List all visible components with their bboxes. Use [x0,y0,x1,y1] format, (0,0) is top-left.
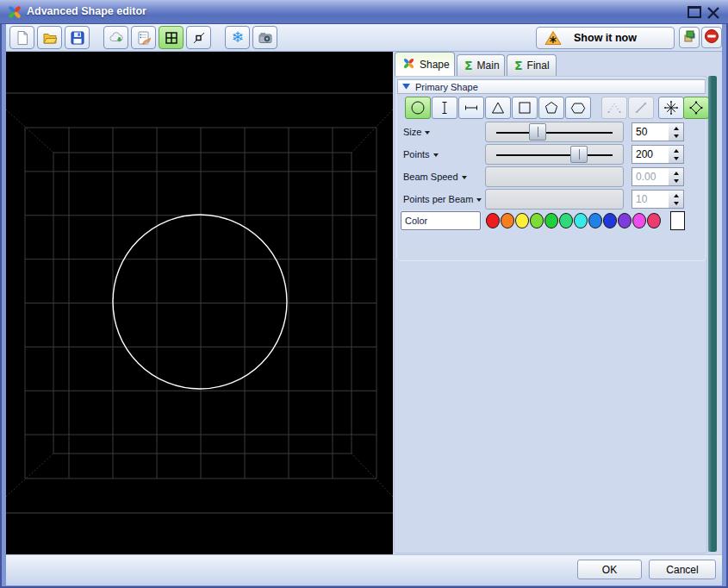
advanced-shape-editor-window: Advanced Shape editor ❄ Show it now [0,0,728,588]
color-swatch-5[interactable] [559,213,573,228]
size-spin-down[interactable] [669,132,683,141]
point-mode-button[interactable] [186,26,211,49]
points-spin-down[interactable] [669,154,683,163]
points-slider[interactable] [485,144,624,165]
hexagon-icon [570,100,586,116]
points-spin-up[interactable] [669,146,683,154]
beam-speed-spin-down[interactable] [669,177,683,185]
tab-shape-label: Shape [420,59,450,71]
triangle-icon [490,100,506,116]
color-swatch-11[interactable] [647,213,661,228]
snapshot-button[interactable] [252,26,277,49]
tab-main-label: Main [477,59,500,72]
square-shape-button[interactable] [512,97,538,119]
up-arrow-icon [674,147,679,153]
points-per-beam-label[interactable]: Points per Beam [403,194,482,204]
size-spin-up[interactable] [669,123,683,132]
edit-properties-icon [136,30,152,46]
edit-properties-button[interactable] [131,26,156,49]
warning-icon [544,30,562,48]
ok-button[interactable]: OK [577,560,642,579]
beam-speed-spin-up[interactable] [669,168,683,177]
diamond-beams-button[interactable] [683,97,709,119]
stop-button[interactable] [701,27,722,48]
size-value[interactable]: 50 [632,122,669,141]
color-swatch-10[interactable] [632,213,646,228]
points-per-beam-spinner [669,190,684,209]
tab-main[interactable]: Σ Main [457,54,505,76]
points-slider-track[interactable] [496,154,613,156]
tab-final[interactable]: Σ Final [507,54,557,76]
pentagon-shape-button[interactable] [538,97,564,119]
dotted-peak-icon [607,100,622,116]
size-slider[interactable] [485,122,624,142]
horizontal-line-icon [464,100,479,116]
cancel-button[interactable]: Cancel [649,560,716,579]
toolbar: ❄ Show it now [6,24,722,52]
tab-shape[interactable]: Shape [395,52,455,76]
vertical-line-shape-button[interactable] [432,97,457,119]
close-button[interactable] [706,6,721,20]
color-swatch-7[interactable] [588,213,602,228]
hexagon-shape-button[interactable] [565,97,591,119]
grid-icon [164,30,179,46]
side-panel: Shape Σ Main Σ Final Primary Shape Size5… [393,52,722,554]
beam-speed-slider [485,166,624,187]
footer: OK Cancel [6,554,722,585]
blank-page-icon [15,30,30,46]
color-swatch-0[interactable] [486,213,500,228]
triangle-shape-button[interactable] [485,97,511,119]
panel-splitter[interactable] [708,76,717,552]
points-per-beam-slider [485,189,624,210]
color-swatch-3[interactable] [530,213,544,228]
show-it-now-label: Show it now [574,32,637,44]
size-spinner [669,122,684,141]
titlebar[interactable]: Advanced Shape editor [0,0,728,24]
color-swatch-9[interactable] [618,213,632,228]
show-it-now-button[interactable]: Show it now [536,27,675,49]
save-button[interactable] [65,26,90,49]
color-swatch-2[interactable] [515,213,529,228]
points-slider-thumb[interactable] [570,146,588,163]
color-button[interactable]: Color [401,211,481,230]
open-folder-icon [42,30,58,46]
color-palette [486,211,661,230]
cloud-download-button[interactable] [103,26,128,49]
size-slider-thumb[interactable] [529,123,546,141]
point-select-icon [191,30,207,46]
color-swatch-8[interactable] [603,213,617,228]
selected-color-swatch[interactable] [670,211,685,230]
dropdown-caret-icon [433,153,439,160]
size-label[interactable]: Size [403,127,430,137]
horizontal-line-shape-button[interactable] [458,97,484,119]
points-value[interactable]: 200 [632,145,669,164]
color-swatch-4[interactable] [544,213,558,228]
color-swatch-6[interactable] [574,213,588,228]
points-per-beam-spin-up[interactable] [669,191,683,199]
dropdown-caret-icon [476,198,482,204]
pinwheel-icon [7,4,22,20]
beam-line-icon [633,100,649,116]
beam-speed-label[interactable]: Beam Speed [403,172,467,182]
star-burst-icon [663,100,679,116]
grid-toggle-button[interactable] [159,26,184,49]
points-per-beam-value: 10 [632,190,669,209]
pinwheel-icon [402,57,415,72]
arrange-layers-button[interactable] [679,27,700,48]
freeze-button[interactable]: ❄ [225,26,250,49]
points-label[interactable]: Points [403,149,439,160]
cloud-download-icon [109,30,124,46]
new-button[interactable] [9,26,34,49]
open-button[interactable] [37,26,62,49]
color-swatch-1[interactable] [501,213,514,228]
down-arrow-icon [674,157,679,163]
down-arrow-icon [674,179,679,185]
size-slider-track[interactable] [496,132,613,134]
star-burst-button[interactable] [658,97,684,119]
maximize-button[interactable] [688,6,701,18]
circle-icon [410,100,426,116]
primary-shape-header[interactable]: Primary Shape [397,79,706,94]
up-arrow-icon [674,191,679,197]
points-per-beam-spin-down[interactable] [669,199,683,208]
circle-shape-button[interactable] [405,97,431,119]
